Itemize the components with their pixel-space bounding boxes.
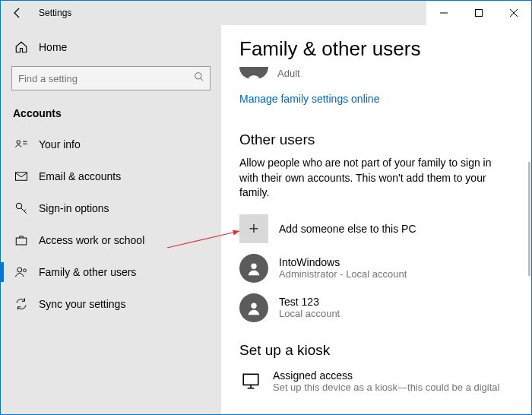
svg-line-12 (24, 210, 26, 211)
family-member-row[interactable]: Adult (239, 67, 513, 79)
assigned-access-button[interactable]: Assigned access Set up this device as a … (239, 369, 513, 393)
minimize-icon (440, 9, 448, 17)
sidebar-item-family-other-users[interactable]: Family & other users (1, 256, 221, 288)
plus-icon: + (239, 214, 268, 243)
search-icon (194, 71, 204, 85)
search-input[interactable] (11, 66, 211, 90)
user-row[interactable]: IntoWindows Administrator - Local accoun… (239, 254, 513, 283)
sidebar-item-sync-settings[interactable]: Sync your settings (1, 288, 221, 320)
kiosk-item-sub: Set up this device as a kiosk—this could… (273, 382, 499, 393)
key-icon (14, 201, 28, 215)
svg-rect-13 (16, 238, 27, 245)
maximize-icon (475, 9, 483, 17)
envelope-icon (14, 169, 28, 183)
svg-point-14 (17, 268, 22, 272)
svg-line-11 (21, 208, 27, 214)
home-label: Home (39, 41, 67, 53)
svg-rect-1 (476, 10, 483, 17)
other-users-heading: Other users (239, 131, 513, 148)
user-name: Test 123 (279, 296, 340, 308)
family-member-role: Adult (277, 68, 300, 79)
svg-point-15 (24, 269, 27, 272)
home-icon (14, 40, 28, 54)
sidebar-item-label: Sign-in options (39, 202, 109, 214)
window-title: Settings (39, 8, 71, 18)
manage-family-link[interactable]: Manage family settings online (239, 93, 379, 105)
sidebar-item-label: Family & other users (39, 266, 136, 278)
sync-icon (14, 297, 28, 311)
home-button[interactable]: Home (11, 33, 211, 62)
monitor-icon (239, 369, 262, 392)
kiosk-heading: Set up a kiosk (239, 342, 513, 359)
sidebar-item-label: Email & accounts (39, 170, 121, 182)
sidebar-nav: Your info Email & accounts Sign-in optio… (1, 128, 221, 320)
sidebar-item-email-accounts[interactable]: Email & accounts (1, 160, 221, 192)
svg-point-4 (195, 73, 201, 79)
titlebar: Settings (1, 1, 531, 25)
svg-point-17 (251, 303, 256, 308)
avatar-icon (239, 254, 268, 283)
briefcase-icon (14, 233, 28, 247)
main-content: Family & other users Adult Manage family… (221, 25, 531, 414)
minimize-button[interactable] (426, 1, 461, 25)
user-detail: Administrator - Local account (279, 268, 407, 280)
add-user-button[interactable]: + Add someone else to this PC (239, 214, 513, 243)
sidebar-item-signin-options[interactable]: Sign-in options (1, 192, 221, 224)
user-row[interactable]: Test 123 Local account (239, 293, 513, 322)
back-button[interactable] (10, 5, 25, 21)
sidebar: Home Accounts Your info (1, 25, 221, 414)
close-icon (510, 9, 518, 17)
svg-rect-18 (243, 374, 258, 385)
svg-rect-9 (16, 173, 27, 181)
avatar-icon (239, 67, 268, 79)
sidebar-item-your-info[interactable]: Your info (1, 128, 221, 160)
add-user-label: Add someone else to this PC (279, 223, 416, 235)
user-name: IntoWindows (279, 256, 407, 268)
kiosk-item-title: Assigned access (273, 369, 499, 382)
maximize-button[interactable] (461, 1, 496, 25)
person-card-icon (14, 138, 28, 151)
sidebar-item-label: Sync your settings (39, 298, 125, 310)
avatar-icon (239, 293, 268, 322)
settings-window: Settings Home (0, 0, 532, 415)
close-button[interactable] (496, 1, 531, 25)
page-title: Family & other users (239, 37, 513, 61)
svg-line-5 (201, 78, 204, 81)
user-detail: Local account (279, 308, 340, 319)
arrow-left-icon (11, 7, 24, 19)
scrollbar[interactable] (528, 162, 530, 276)
sidebar-item-label: Your info (39, 138, 81, 150)
sidebar-section-label: Accounts (13, 107, 211, 119)
sidebar-item-label: Access work or school (39, 234, 144, 246)
other-users-description: Allow people who are not part of your fa… (239, 156, 513, 201)
svg-point-6 (17, 141, 21, 144)
sidebar-item-access-work-school[interactable]: Access work or school (1, 224, 221, 256)
people-icon (14, 265, 28, 279)
svg-point-16 (251, 263, 256, 268)
